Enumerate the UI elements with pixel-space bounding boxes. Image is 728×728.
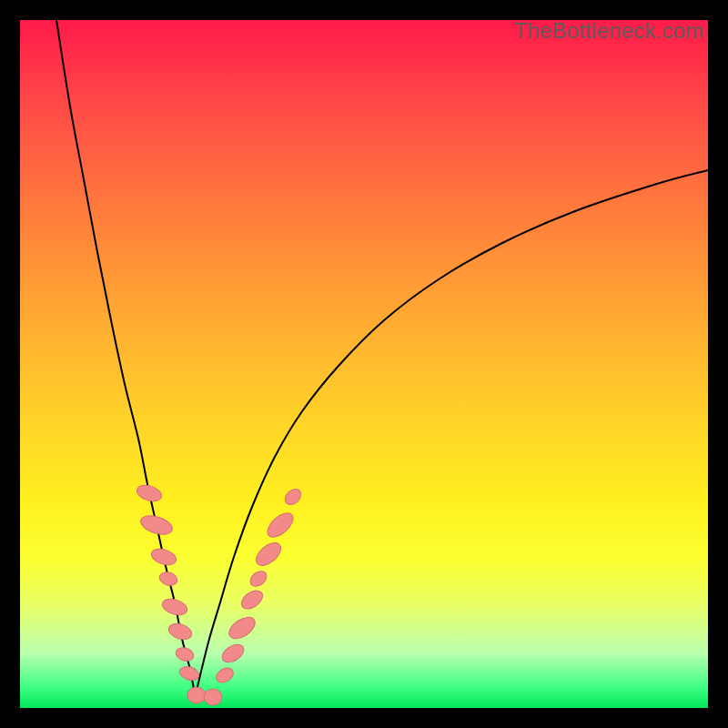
bead-cluster [135, 482, 304, 705]
bead-marker [149, 546, 178, 568]
right-branch-curve [195, 170, 708, 698]
bead-marker [187, 687, 206, 703]
bead-marker [157, 570, 178, 587]
bead-marker [138, 512, 175, 538]
bead-marker [174, 645, 195, 662]
bead-marker [238, 587, 266, 612]
bead-marker [219, 641, 248, 665]
chart-frame: TheBottleneck.com [20, 20, 708, 708]
chart-svg [20, 20, 708, 708]
bead-marker [177, 664, 200, 682]
bead-marker [204, 689, 222, 705]
left-branch-curve [56, 20, 195, 693]
bead-marker [160, 596, 189, 618]
bead-marker [226, 613, 259, 643]
bead-marker [282, 486, 304, 508]
bead-marker [248, 568, 269, 589]
bead-marker [135, 482, 164, 504]
bead-marker [167, 621, 194, 642]
bead-marker [263, 509, 297, 541]
bead-marker [214, 665, 236, 685]
bead-marker [252, 539, 285, 570]
